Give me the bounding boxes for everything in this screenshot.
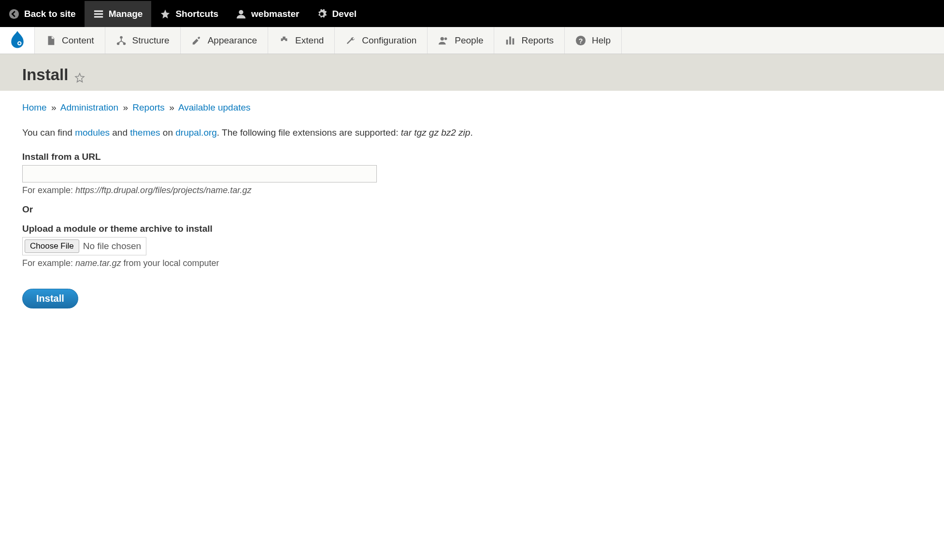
file-input-wrapper[interactable]: Choose File No file chosen [22, 237, 146, 255]
breadcrumb-reports[interactable]: Reports [132, 102, 165, 112]
toolbar-top: Back to site Manage Shortcuts webmaster … [0, 0, 944, 27]
nav-structure[interactable]: Structure [105, 27, 181, 54]
breadcrumb-updates[interactable]: Available updates [178, 102, 251, 112]
back-label: Back to site [24, 9, 76, 19]
nav-appearance[interactable]: Appearance [181, 27, 268, 54]
nav-reports[interactable]: Reports [494, 27, 565, 54]
appearance-icon [191, 35, 202, 46]
structure-icon [116, 35, 127, 46]
modules-link[interactable]: modules [75, 127, 110, 138]
back-icon [9, 9, 19, 19]
user-label: webmaster [251, 9, 299, 19]
star-icon [160, 9, 171, 19]
nav-help-label: Help [592, 35, 611, 46]
svg-point-4 [239, 10, 243, 14]
nav-configuration[interactable]: Configuration [335, 27, 428, 54]
drupal-org-link[interactable]: drupal.org [175, 127, 217, 138]
shortcuts-label: Shortcuts [175, 9, 218, 19]
extend-icon [279, 35, 289, 46]
choose-file-button[interactable]: Choose File [25, 239, 79, 253]
file-status-text: No file chosen [83, 241, 141, 252]
breadcrumb-home[interactable]: Home [22, 102, 47, 112]
people-icon [438, 35, 449, 46]
wrench-icon [345, 35, 356, 46]
svg-rect-1 [94, 11, 102, 12]
svg-rect-13 [510, 36, 512, 44]
or-separator: Or [22, 204, 922, 215]
svg-rect-2 [94, 14, 102, 15]
svg-point-6 [18, 42, 20, 44]
svg-rect-12 [506, 40, 508, 44]
nav-reports-label: Reports [521, 35, 554, 46]
url-form-item: Install from a URL For example: https://… [22, 152, 922, 196]
nav-content-label: Content [62, 35, 94, 46]
devel-button[interactable]: Devel [308, 1, 365, 27]
url-input[interactable] [22, 165, 377, 182]
nav-structure-label: Structure [132, 35, 170, 46]
gear-icon [316, 9, 327, 19]
breadcrumb-sep: » [51, 102, 57, 112]
svg-point-7 [120, 36, 123, 39]
region-header: Install [0, 54, 944, 91]
url-description: For example: https://ftp.drupal.org/file… [22, 185, 922, 196]
nav-help[interactable]: ? Help [565, 27, 622, 54]
nav-content[interactable]: Content [35, 27, 105, 54]
devel-label: Devel [332, 9, 357, 19]
upload-form-item: Upload a module or theme archive to inst… [22, 224, 922, 268]
back-to-site-button[interactable]: Back to site [0, 1, 85, 27]
page-title-text: Install [22, 66, 68, 84]
themes-link[interactable]: themes [130, 127, 160, 138]
svg-rect-3 [94, 16, 102, 18]
breadcrumb-sep: » [169, 102, 174, 112]
svg-rect-14 [513, 38, 515, 44]
help-icon: ? [575, 35, 586, 46]
nav-people[interactable]: People [428, 27, 494, 54]
install-submit-button[interactable]: Install [22, 289, 78, 308]
content-icon [45, 35, 56, 46]
nav-configuration-label: Configuration [362, 35, 416, 46]
svg-point-10 [441, 37, 444, 40]
page-title: Install [22, 66, 922, 84]
url-label: Install from a URL [22, 152, 922, 162]
svg-text:?: ? [579, 37, 583, 44]
breadcrumb-admin[interactable]: Administration [60, 102, 118, 112]
breadcrumb-sep: » [123, 102, 128, 112]
nav-appearance-label: Appearance [208, 35, 257, 46]
nav-extend[interactable]: Extend [268, 27, 335, 54]
favorite-star-icon[interactable] [74, 69, 86, 81]
svg-point-11 [444, 37, 447, 40]
user-button[interactable]: webmaster [227, 1, 308, 27]
region-content: Home » Administration » Reports » Availa… [0, 91, 944, 320]
shortcuts-button[interactable]: Shortcuts [151, 1, 227, 27]
upload-label: Upload a module or theme archive to inst… [22, 224, 922, 234]
intro-text: You can find modules and themes on drupa… [22, 127, 922, 138]
upload-description: For example: name.tar.gz from your local… [22, 258, 922, 268]
reports-icon [505, 35, 515, 46]
svg-point-0 [9, 9, 19, 19]
user-icon [236, 9, 246, 19]
breadcrumb: Home » Administration » Reports » Availa… [22, 102, 922, 113]
extensions-text: tar tgz gz bz2 zip [401, 127, 471, 138]
manage-label: Manage [109, 9, 143, 19]
drupal-logo[interactable] [0, 27, 35, 54]
toolbar-admin: Content Structure Appearance Extend Conf… [0, 27, 944, 54]
nav-people-label: People [455, 35, 483, 46]
manage-button[interactable]: Manage [85, 1, 152, 27]
nav-extend-label: Extend [295, 35, 324, 46]
hamburger-icon [93, 9, 104, 19]
